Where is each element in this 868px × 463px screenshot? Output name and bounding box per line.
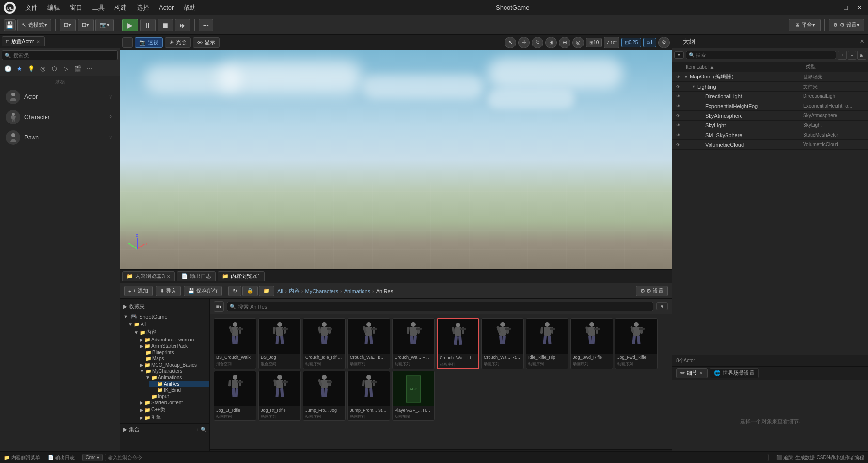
save-icon[interactable]: 💾 xyxy=(4,19,16,31)
output-log-btn[interactable]: 📄 输出日志 xyxy=(48,454,75,461)
asset-search-input[interactable] xyxy=(227,302,653,311)
selection-mode-btn[interactable]: ↖ 选模式▾ xyxy=(17,19,51,31)
lock-btn[interactable]: 🔒 xyxy=(242,286,258,296)
outline-row-2[interactable]: 👁 DirectionalLight DirectionalLight xyxy=(672,92,868,101)
eye-icon-1[interactable]: 👁 xyxy=(674,84,682,89)
actor-info-actor[interactable]: ? xyxy=(107,94,114,100)
all-item[interactable]: ▼ 📁 All xyxy=(126,321,209,328)
collections-toggle[interactable]: ▶ xyxy=(123,426,127,432)
anim-icon-btn[interactable]: ▷ xyxy=(61,64,71,74)
cpp-item[interactable]: ▶📁 C++类 xyxy=(138,406,209,414)
outline-row-3[interactable]: 👁 ExponentialHeightFog ExponentialHeight… xyxy=(672,101,868,111)
eye-icon-5[interactable]: 👁 xyxy=(674,123,682,128)
eye-icon-0[interactable]: 👁 xyxy=(674,75,682,79)
asset-item-Crouch_Wa_Fwd_Rifle_Hip[interactable]: Crouch_Wa... Fwd_Rifle Hip动画序列 xyxy=(392,318,435,369)
perspective-btn[interactable]: 📷 透视 xyxy=(135,37,163,48)
folder-btn[interactable]: 📁 xyxy=(259,286,274,296)
breadcrumb-all[interactable]: All xyxy=(277,288,283,294)
minimize-btn[interactable]: — xyxy=(827,3,837,13)
eye-icon-2[interactable]: 👁 xyxy=(674,94,682,99)
asset-item-BS_Crouch_Walk[interactable]: BS_Crouch_Walk混合空间 xyxy=(214,318,256,369)
favorites-toggle[interactable]: ▶ xyxy=(123,303,127,309)
geo-icon-btn[interactable]: ⬡ xyxy=(49,64,59,74)
asset-item-Jog_Bwd_Rifle[interactable]: Jog_Bwd_Rifle动画序列 xyxy=(570,318,613,369)
asset-item-Jump_From_Stand[interactable]: Jump_From... Stand动画序列 xyxy=(347,371,390,421)
cb-settings-btn[interactable]: ⚙ ⚙ 设置 xyxy=(636,286,668,296)
ikbind-item[interactable]: 📁 IK_Bind xyxy=(149,387,209,393)
misc-icon-btn[interactable]: ⋯ xyxy=(84,64,94,74)
class-search-input[interactable] xyxy=(2,50,118,60)
menu-help[interactable]: 帮助 xyxy=(181,2,198,13)
mycharacters-item[interactable]: ▼📁 MyCharacters xyxy=(138,368,209,374)
dots-btn[interactable]: ••• xyxy=(199,19,213,31)
content-browser1-tab[interactable]: 📁 内容浏览器1 xyxy=(218,271,265,281)
select-tool-btn[interactable]: ↖ xyxy=(505,37,516,48)
close-details-btn[interactable]: ✕ xyxy=(699,371,703,376)
outline-row-6[interactable]: 👁 SM_SkySphere StaticMeshActor xyxy=(672,130,868,140)
lights-icon-btn[interactable]: 💡 xyxy=(26,64,36,74)
settings-btn[interactable]: ⚙ ⚙ 设置▾ xyxy=(829,19,864,31)
close-outline-btn[interactable]: ✕ xyxy=(860,38,864,45)
menu-actor[interactable]: Actor xyxy=(157,3,175,12)
layout-btn[interactable]: ⊞▾ xyxy=(60,19,76,31)
outline-row-4[interactable]: 👁 SkyAtmosphere SkyAtmosphere xyxy=(672,111,868,121)
place-actor-tab[interactable]: □ 放置Actor ✕ xyxy=(2,36,45,46)
menu-select[interactable]: 选择 xyxy=(135,2,151,13)
menu-tools[interactable]: 工具 xyxy=(90,2,107,13)
breadcrumb-mycharacters[interactable]: MyCharacters xyxy=(305,288,338,294)
save-all-btn[interactable]: 💾 保存所有 xyxy=(184,286,222,296)
outline-row-7[interactable]: 👁 VolumetricCloud VolumetricCloud xyxy=(672,140,868,150)
add-btn[interactable]: + + 添加 xyxy=(124,286,153,296)
adventures-item[interactable]: ▶📁 Adventures_woman xyxy=(138,337,209,343)
scale-btn[interactable]: ⊡ 0.25 xyxy=(621,38,641,47)
starter-item[interactable]: ▶📁 StarterContent xyxy=(138,400,209,406)
console-input[interactable] xyxy=(105,454,768,461)
camera-tool-btn[interactable]: ◎ xyxy=(572,37,584,48)
collections-search-btn[interactable]: 🔍 xyxy=(201,427,206,432)
close-btn[interactable]: ✕ xyxy=(854,3,864,13)
outline-view-btn[interactable]: ⊞ xyxy=(857,51,866,60)
actor-item-actor[interactable]: Actor ? xyxy=(0,87,120,107)
eye-icon-7[interactable]: 👁 xyxy=(674,142,682,147)
platform-btn[interactable]: 🖥 平台▾ xyxy=(789,19,821,31)
scale-tool-btn[interactable]: ⊞ xyxy=(545,37,557,48)
world-settings-tab[interactable]: 🌐 世界场景设置 xyxy=(710,368,759,378)
details-tab[interactable]: ✏ 细节 ✕ xyxy=(676,368,708,378)
asset-item-Jog_Lt_Rifle[interactable]: Jog_Lt_Rifle动画序列 xyxy=(214,371,256,421)
asset-item-Jump_Fro_Jog[interactable]: Jump_Fro... Jog动画序列 xyxy=(303,371,346,421)
grid-size-btn[interactable]: ⊞ 10 xyxy=(586,38,602,47)
output-log-tab[interactable]: 📄 输出日志 xyxy=(177,271,216,281)
asset-item-PlayerASP_HeroTPP[interactable]: ABPPlayerASP_... HeroTPP动画蓝图 xyxy=(392,371,435,421)
maximize-btn[interactable]: □ xyxy=(841,3,851,13)
neirong-item[interactable]: ▼ 📁 内容 xyxy=(132,328,209,337)
outline-row-0[interactable]: 👁 ▼ MapOne（编辑器） 世界场景 xyxy=(672,72,868,82)
eye-icon-3[interactable]: 👁 xyxy=(674,104,682,108)
actor-info-pawn[interactable]: ? xyxy=(107,135,114,140)
world-tool-btn[interactable]: ⊕ xyxy=(559,37,570,48)
cb-sidebar-btn[interactable]: 📁 内容侧滑菜单 xyxy=(4,454,40,461)
actor-item-pawn[interactable]: Pawn ? xyxy=(0,127,120,148)
animations-item[interactable]: ▼📁 Animations xyxy=(143,374,209,381)
close-tab-btn[interactable]: ✕ xyxy=(36,39,40,44)
animpack-item[interactable]: ▶📁 AnimStarterPack xyxy=(138,343,209,349)
menu-build[interactable]: 构建 xyxy=(112,2,129,13)
asset-item-Idle_Rifle_Hip[interactable]: Idle_Rifle_Hip动画序列 xyxy=(526,318,568,369)
engine-item[interactable]: ▶📁 引擎 xyxy=(138,414,209,421)
cmd-btn[interactable]: Cmd ▾ xyxy=(82,454,103,461)
asset-item-BS_Jog[interactable]: BS_Jog混合空间 xyxy=(258,318,301,369)
breadcrumb-content[interactable]: 内容 xyxy=(289,287,300,294)
play-btn[interactable]: ▶ xyxy=(122,19,138,31)
import-btn[interactable]: ⬇ 导入 xyxy=(156,286,181,296)
outline-row-5[interactable]: 👁 SkyLight SkyLight xyxy=(672,121,868,130)
close-cb3-btn[interactable]: ✕ xyxy=(167,274,171,279)
move-tool-btn[interactable]: ✛ xyxy=(518,37,530,48)
filter-dropdown[interactable]: ▼ xyxy=(656,302,668,310)
eye-icon-6[interactable]: 👁 xyxy=(674,133,682,138)
menu-edit[interactable]: 编辑 xyxy=(46,2,62,13)
skip-btn[interactable]: ⏭ xyxy=(175,19,190,31)
menu-file[interactable]: 文件 xyxy=(23,2,40,13)
rotate-tool-btn[interactable]: ↻ xyxy=(532,37,543,48)
asset-item-Crouch_Wa_Bwd_Rifle_Hip[interactable]: Crouch_Wa... Bwd_Rifle Hip动画序列 xyxy=(347,318,390,369)
breadcrumb-animations[interactable]: Animations xyxy=(344,288,370,294)
stop-btn[interactable]: ⏹ xyxy=(158,19,173,31)
